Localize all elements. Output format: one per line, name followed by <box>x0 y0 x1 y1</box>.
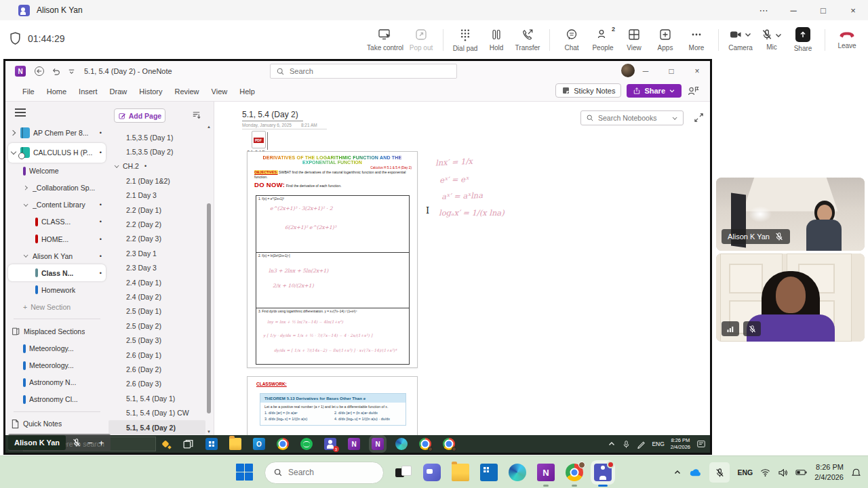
close-button[interactable]: × <box>838 0 868 20</box>
add-page-button[interactable]: Add Page <box>114 108 165 123</box>
page-item[interactable]: 1.5,3.5 (Day 1) <box>108 130 205 144</box>
onenote-share-button[interactable]: Share <box>627 84 682 98</box>
close-button[interactable]: × <box>684 61 710 81</box>
page-item[interactable]: 1.5,3.5 (Day 2) <box>108 144 205 159</box>
back-icon[interactable] <box>34 66 45 77</box>
page-item[interactable]: 5.1, 5.4 (Day 1) CW <box>108 405 205 420</box>
outlook-icon[interactable]: O <box>253 438 265 450</box>
more-button[interactable]: More <box>681 28 712 52</box>
take-control-button[interactable]: Take control <box>365 28 406 52</box>
dial-pad-button[interactable]: Dial pad <box>450 28 481 52</box>
edge-icon[interactable] <box>509 464 526 481</box>
microsoft-store-icon[interactable] <box>480 464 498 481</box>
chevron-down-icon[interactable] <box>744 30 752 39</box>
task-view-icon[interactable] <box>182 439 194 450</box>
sidebar-item-collaboration-space[interactable]: _Collaboration Sp... <box>8 180 106 197</box>
expand-icon[interactable] <box>694 113 704 123</box>
sidebar-item-welcome[interactable]: Welcome <box>8 163 106 180</box>
new-section-button[interactable]: + New Section <box>8 298 106 315</box>
file-explorer-icon[interactable] <box>452 464 469 481</box>
page-item[interactable]: 2.5 (Day 1) <box>108 304 205 319</box>
mic-muted-tray-icon[interactable] <box>709 462 730 483</box>
onenote-search-box[interactable] <box>270 64 457 79</box>
chrome-profile-icon[interactable] <box>443 438 455 450</box>
page-item[interactable]: 2.2 (Day 2) <box>108 217 205 231</box>
clock[interactable]: 8:26 PM 2/4/2026 <box>814 462 844 483</box>
search-notebooks-input[interactable] <box>598 114 663 122</box>
chat-button[interactable]: Chat <box>556 28 587 52</box>
sidebar-item-meteorology-1[interactable]: Meteorology... <box>8 340 106 357</box>
menu-home[interactable]: Home <box>41 87 73 96</box>
task-view-icon[interactable] <box>395 464 412 481</box>
edge-icon[interactable] <box>395 438 408 450</box>
page-item[interactable]: 5.1, 5.4 (Day 1) <box>108 391 205 405</box>
menu-history[interactable]: History <box>133 87 168 96</box>
teams-chat-icon[interactable] <box>423 464 441 481</box>
undo-icon[interactable] <box>51 66 61 77</box>
page-item[interactable]: 2.5 (Day 2) <box>108 319 205 333</box>
chevron-down-icon[interactable] <box>673 115 677 120</box>
video-tile-1[interactable]: Alison K Yan <box>716 178 865 251</box>
menu-draw[interactable]: Draw <box>104 87 134 96</box>
view-button[interactable]: View <box>618 28 650 52</box>
page-item[interactable]: 2.1 Day 3 <box>108 188 205 203</box>
tray-chevron-up-icon[interactable] <box>673 468 682 476</box>
teams-icon-active[interactable] <box>594 464 612 481</box>
pages-scrollbar[interactable]: ▲ ▼ <box>206 125 212 434</box>
hamburger-icon[interactable] <box>15 108 26 117</box>
sidebar-item-content-library[interactable]: _Content Library • <box>8 197 106 214</box>
cortana-icon[interactable] <box>160 439 171 449</box>
ink-workspace-icon[interactable] <box>637 440 646 449</box>
mic-tray-icon[interactable] <box>622 440 631 449</box>
tray-chevron-up-icon[interactable] <box>608 440 616 448</box>
onenote-icon[interactable]: N <box>537 464 555 481</box>
page-item[interactable]: 2.3 Day 1 <box>108 246 205 260</box>
menu-help[interactable]: Help <box>233 87 261 96</box>
menu-insert[interactable]: Insert <box>73 87 104 96</box>
sidebar-item-meteorology-2[interactable]: Meteorology... <box>8 357 106 374</box>
mic-button[interactable]: Mic <box>756 28 787 51</box>
video-tile-2[interactable] <box>716 253 865 342</box>
onedrive-icon[interactable] <box>689 468 702 477</box>
sidebar-item-classwork-section[interactable]: CLASS... • <box>8 214 106 230</box>
chevron-down-icon[interactable] <box>24 203 28 207</box>
sidebar-item-ap-chem[interactable]: AP Chem Per 8... • <box>8 123 106 143</box>
page-item[interactable]: 2.5 (Day 3) <box>108 333 205 347</box>
chrome-icon[interactable] <box>566 464 583 481</box>
teams-icon[interactable]: 3 <box>324 438 336 450</box>
speaker-icon[interactable] <box>778 468 788 477</box>
notifications-bell-icon[interactable] <box>851 468 861 478</box>
menu-view[interactable]: View <box>205 87 234 96</box>
chevron-right-icon[interactable] <box>24 186 28 190</box>
page-item[interactable]: 2.6 (Day 3) <box>108 377 205 391</box>
file-explorer-icon[interactable] <box>229 438 241 450</box>
taskbar-search-box[interactable] <box>264 462 384 484</box>
sidebar-item-astronomy-classwork[interactable]: Astronomy Cl... <box>8 391 106 408</box>
apps-button[interactable]: Apps <box>650 28 681 52</box>
sidebar-item-homework-section[interactable]: HOME... • <box>8 230 106 247</box>
onenote-icon[interactable]: N <box>348 438 360 450</box>
page-item-selected[interactable]: 5.1, 5.4 (Day 2) <box>108 420 205 434</box>
scrollbar-thumb[interactable] <box>207 203 211 413</box>
chrome-profile-icon[interactable] <box>419 438 431 450</box>
sidebar-item-homework[interactable]: Homework <box>8 281 106 298</box>
sidebar-item-misplaced-sections[interactable]: Misplaced Sections <box>8 323 106 340</box>
page-title[interactable]: 5.1, 5.4 (Day 2) <box>242 110 298 119</box>
page-item[interactable]: 2.4 (Day 1) <box>108 275 205 289</box>
minimize-button[interactable]: ─ <box>778 0 808 20</box>
search-input[interactable] <box>290 67 425 75</box>
page-item[interactable]: 2.4 (Day 2) <box>108 289 205 304</box>
sidebar-item-astronomy-notes[interactable]: Astronomy N... <box>8 374 106 391</box>
language-indicator[interactable]: ENG <box>737 468 753 476</box>
page-canvas[interactable]: 5.1, 5.4 (Day 2) Monday, January 6, 2025… <box>214 102 710 435</box>
page-group-ch2[interactable]: CH.2 • <box>108 159 205 174</box>
start-button[interactable] <box>236 464 254 481</box>
chevron-down-icon[interactable] <box>774 31 783 39</box>
transfer-button[interactable]: Transfer <box>512 28 543 52</box>
language-indicator[interactable]: ENG <box>652 441 664 447</box>
wifi-icon[interactable] <box>760 468 770 477</box>
ribbon-options-icon[interactable] <box>67 67 76 76</box>
page-item[interactable]: 2.6 (Day 2) <box>108 362 205 376</box>
scroll-up-icon[interactable]: ▲ <box>206 125 212 129</box>
menu-file[interactable]: File <box>16 87 41 96</box>
